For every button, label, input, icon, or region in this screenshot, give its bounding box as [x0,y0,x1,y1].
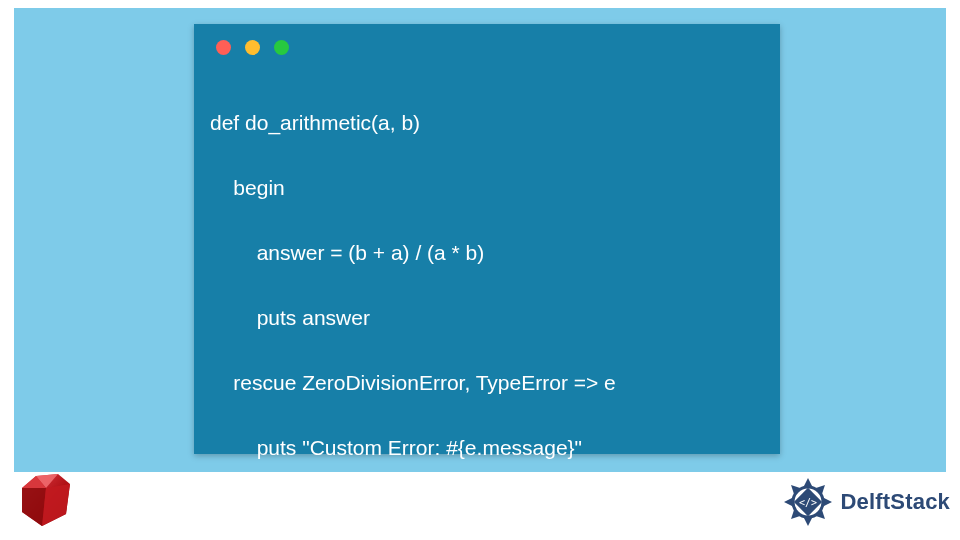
stage: def do_arithmetic(a, b) begin answer = (… [14,8,946,472]
code-line: answer = (b + a) / (a * b) [210,237,768,270]
window-traffic-lights [216,40,289,55]
delftstack-badge-icon: </> [782,476,834,528]
traffic-dot-yellow-icon [245,40,260,55]
delftstack-logo: </> DelftStack [782,476,950,528]
code-line: def do_arithmetic(a, b) [210,107,768,140]
delftstack-label: DelftStack [840,489,950,515]
code-line: puts answer [210,302,768,335]
code-window: def do_arithmetic(a, b) begin answer = (… [194,24,780,454]
ruby-logo-icon [12,468,76,532]
canvas: def do_arithmetic(a, b) begin answer = (… [0,0,960,540]
svg-text:</>: </> [799,497,817,508]
code-line: begin [210,172,768,205]
code-line: puts "Custom Error: #{e.message}" [210,432,768,465]
traffic-dot-green-icon [274,40,289,55]
traffic-dot-red-icon [216,40,231,55]
code-line: ensure [210,497,768,530]
code-block: def do_arithmetic(a, b) begin answer = (… [210,74,768,540]
code-line: rescue ZeroDivisionError, TypeError => e [210,367,768,400]
